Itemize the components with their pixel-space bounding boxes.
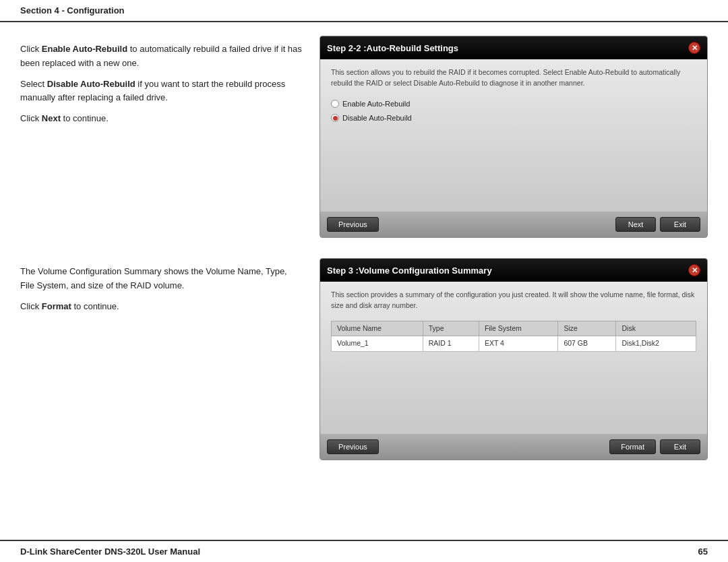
radio-disable-auto-rebuild[interactable]: Disable Auto-Rebuild [331,113,696,124]
radio-enable-label: Enable Auto-Rebuild [342,98,410,110]
dialog2-footer: Previous Format Exit [320,434,707,460]
dialog2-format-button[interactable]: Format [609,439,656,454]
section2-para1: The Volume Configuration Summary shows t… [20,265,303,293]
dialog1-body: This section allows you to rebuild the R… [320,59,707,212]
table-cell: Disk1,Disk2 [616,336,696,352]
enable-auto-rebuild-label: Enable Auto-Rebuild [42,44,127,54]
dialog2-titlebar: Step 3 :Volume Configuration Summary ✕ [320,259,707,282]
table-cell: RAID 1 [423,336,479,352]
footer-right: 65 [698,547,708,557]
dialog1-exit-button[interactable]: Exit [660,217,700,232]
table-cell: EXT 4 [479,336,558,352]
dialog1-footer: Previous Next Exit [320,212,707,237]
dialog1-close-button[interactable]: ✕ [688,42,700,54]
col-volume-name: Volume Name [332,321,423,336]
dialog1-titlebar: Step 2-2 :Auto-Rebuild Settings ✕ [320,36,707,59]
radio-enable-auto-rebuild[interactable]: Enable Auto-Rebuild [331,98,696,110]
page-header: Section 4 - Configuration [0,0,728,22]
dialog1-previous-button[interactable]: Previous [327,217,379,232]
col-disk: Disk [616,321,696,336]
next-label: Next [42,113,61,123]
dialog-auto-rebuild: Step 2-2 :Auto-Rebuild Settings ✕ This s… [320,36,708,238]
section1-para2: Select Disable Auto-Rebuild if you want … [20,77,303,106]
radio-disable-circle [331,114,339,122]
dialog1-footer-left: Previous [327,217,379,232]
dialog2-close-button[interactable]: ✕ [688,264,700,276]
dialog2-footer-right: Format Exit [609,439,700,454]
dialog1-description: This section allows you to rebuild the R… [331,67,696,89]
col-type: Type [423,321,479,336]
dialog2-footer-left: Previous [327,439,379,454]
radio-disable-label: Disable Auto-Rebuild [342,113,412,124]
section-volume-summary: The Volume Configuration Summary shows t… [20,258,708,460]
footer-left: D-Link ShareCenter DNS-320L User Manual [20,547,200,557]
header-title: Section 4 - Configuration [20,5,125,15]
dialog1-footer-right: Next Exit [615,217,700,232]
dialog1-title: Step 2-2 :Auto-Rebuild Settings [327,43,458,53]
format-label: Format [42,301,71,311]
disable-auto-rebuild-label: Disable Auto-Rebuild [47,79,135,89]
table-row: Volume_1RAID 1EXT 4607 GBDisk1,Disk2 [332,336,696,352]
table-cell: 607 GB [558,336,616,352]
dialog2-previous-button[interactable]: Previous [327,439,379,454]
dialog2-description: This section provides a summary of the c… [331,290,696,311]
section1-para1: Click Enable Auto-Rebuild to automatical… [20,42,303,71]
col-file-system: File System [479,321,558,336]
section2-para2: Click Format to continue. [20,300,303,314]
volume-table-header-row: Volume Name Type File System Size Disk [332,321,696,336]
main-content: Click Enable Auto-Rebuild to automatical… [0,22,728,540]
section1-para3: Click Next to continue. [20,112,303,126]
dialog2-body: This section provides a summary of the c… [320,282,707,434]
volume-table: Volume Name Type File System Size Disk V… [331,321,696,352]
section-auto-rebuild: Click Enable Auto-Rebuild to automatical… [20,36,708,238]
dialog2-title: Step 3 :Volume Configuration Summary [327,266,492,276]
section1-text: Click Enable Auto-Rebuild to automatical… [20,36,303,238]
dialog1-next-button[interactable]: Next [615,217,656,232]
section2-text: The Volume Configuration Summary shows t… [20,258,303,460]
col-size: Size [558,321,616,336]
volume-table-body: Volume_1RAID 1EXT 4607 GBDisk1,Disk2 [332,336,696,352]
table-cell: Volume_1 [332,336,423,352]
dialog-volume-summary: Step 3 :Volume Configuration Summary ✕ T… [320,258,708,460]
dialog1-radio-group: Enable Auto-Rebuild Disable Auto-Rebuild [331,98,696,124]
radio-enable-circle [331,100,339,108]
page-footer: D-Link ShareCenter DNS-320L User Manual … [0,540,728,562]
dialog2-exit-button[interactable]: Exit [660,439,700,454]
